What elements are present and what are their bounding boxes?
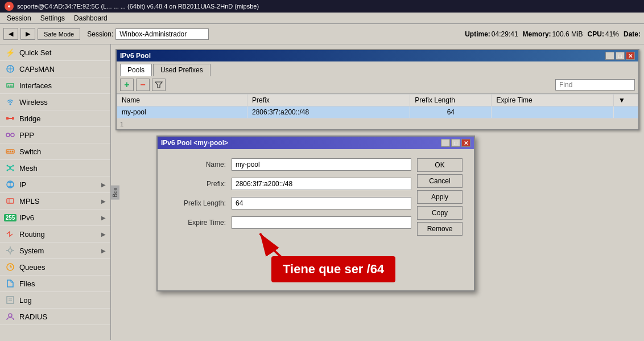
annotation-label: Tiene que ser /64 [271, 256, 395, 282]
sidebar-item-mesh[interactable]: Mesh [0, 160, 110, 176]
sidebar-label-mesh: Mesh [19, 164, 38, 172]
quick-set-icon: ⚡ [5, 47, 16, 58]
svg-line-23 [8, 166, 10, 167]
svg-point-40 [9, 314, 12, 317]
safe-mode-button[interactable]: Safe Mode [38, 28, 80, 40]
name-input[interactable] [232, 158, 411, 171]
sidebar-item-queues[interactable]: Queues [0, 259, 110, 276]
ok-button[interactable]: OK [417, 158, 463, 172]
session-label: Session: [87, 30, 113, 38]
radius-icon [5, 311, 16, 322]
capsman-icon [5, 63, 16, 75]
sidebar-item-interfaces[interactable]: Interfaces [0, 77, 110, 94]
log-icon [5, 294, 16, 306]
sidebar-item-log[interactable]: Log [0, 292, 110, 309]
dialog-close-button[interactable]: ✕ [461, 139, 470, 147]
name-label: Name: [169, 161, 232, 169]
copy-button[interactable]: Copy [417, 206, 463, 220]
sidebar-label-radius: RADIUS [19, 313, 47, 321]
system-icon [5, 245, 16, 256]
prefix-length-input[interactable] [232, 197, 411, 209]
sidebar-label-system: System [19, 246, 44, 255]
svg-point-17 [12, 151, 14, 153]
ip-icon [5, 179, 16, 190]
sidebar-item-wireless[interactable]: Wireless [0, 94, 110, 110]
uptime-value: 04:29:41 [492, 30, 518, 38]
forward-button[interactable]: ▶ [20, 28, 35, 40]
toolbar: ◀ ▶ Safe Mode Session: Uptime: 04:29:41 … [0, 24, 644, 44]
menu-session[interactable]: Session [2, 13, 36, 23]
sidebar-label-quick-set: Quick Set [19, 48, 51, 57]
date-label: Date: [624, 30, 641, 38]
sidebar-item-capsman[interactable]: CAPsMAN [0, 61, 110, 77]
ipv6-arrow-icon: ▶ [101, 215, 106, 221]
cancel-button[interactable]: Cancel [417, 174, 463, 188]
form-row-prefix: Prefix: [169, 178, 411, 190]
status-bar: Uptime: 04:29:41 Memory: 100.6 MiB CPU: … [465, 30, 641, 38]
remove-button[interactable]: Remove [417, 222, 463, 236]
svg-rect-8 [6, 117, 9, 120]
main-layout: ⚡ Quick Set CAPsMAN Interfaces Wireless [0, 44, 644, 340]
menu-settings[interactable]: Settings [36, 13, 69, 23]
session-input[interactable] [115, 28, 209, 40]
svg-rect-37 [7, 297, 14, 303]
back-button[interactable]: ◀ [3, 28, 18, 40]
svg-point-31 [9, 249, 12, 252]
sidebar-item-bridge[interactable]: Bridge [0, 110, 110, 127]
sidebar-label-wireless: Wireless [19, 98, 48, 106]
sidebar-item-mpls[interactable]: MPLS ▶ [0, 193, 110, 209]
form-row-expire-time: Expire Time: [169, 216, 411, 229]
dialog-buttons: OK Cancel Apply Copy Remove [417, 158, 463, 236]
system-arrow-icon: ▶ [101, 248, 106, 254]
svg-point-12 [11, 133, 14, 137]
sidebar-label-ppp: PPP [19, 131, 34, 139]
dialog-maximize-button[interactable]: □ [451, 139, 460, 147]
wireless-icon [5, 96, 16, 108]
window-title: soporte@C4:AD:34:7E:92:5C (L... ... ... … [17, 3, 639, 10]
svg-line-26 [10, 169, 13, 170]
sidebar-item-files[interactable]: Files [0, 276, 110, 292]
dialog-minimize-button[interactable]: _ [441, 139, 450, 147]
svg-point-11 [6, 133, 10, 137]
dialog-titlebar: IPv6 Pool <my-pool> _ □ ✕ [158, 137, 474, 149]
sidebar-label-files: Files [19, 280, 35, 288]
sidebar-item-ipv6[interactable]: 255 IPv6 ▶ [0, 209, 110, 226]
sidebar-item-ppp[interactable]: PPP [0, 127, 110, 143]
sidebar-item-radius[interactable]: RADIUS [0, 309, 110, 325]
svg-point-7 [10, 104, 11, 105]
content-area: IPv6 Pool _ □ ✕ Pools Used Prefixes + − [111, 44, 644, 340]
prefix-input[interactable] [232, 178, 411, 190]
uptime-label: Uptime: [465, 30, 490, 38]
memory-label: Memory: [523, 30, 551, 38]
sidebar-item-routing[interactable]: Routing ▶ [0, 226, 110, 243]
svg-line-24 [10, 166, 13, 167]
menu-dashboard[interactable]: Dashboard [69, 13, 112, 23]
sidebar-item-quick-set[interactable]: ⚡ Quick Set [0, 44, 110, 61]
expire-time-input[interactable] [232, 216, 411, 229]
prefix-label: Prefix: [169, 180, 232, 188]
menu-bar: Session Settings Dashboard [0, 13, 644, 24]
svg-line-25 [8, 169, 10, 170]
top-bar: ● soporte@C4:AD:34:7E:92:5C (L... ... ..… [0, 0, 644, 13]
annotation-area: Tiene que ser /64 [158, 245, 474, 290]
dialog-overlay: IPv6 Pool <my-pool> _ □ ✕ Name: [111, 44, 644, 340]
app-icon: ● [5, 2, 14, 11]
sidebar-label-queues: Queues [19, 263, 46, 272]
switch-icon [5, 146, 16, 157]
sidebar-label-log: Log [19, 296, 32, 305]
sidebar-label-ip: IP [19, 180, 26, 189]
sidebar-item-switch[interactable]: Switch [0, 143, 110, 160]
sidebar-item-system[interactable]: System ▶ [0, 243, 110, 259]
sidebar: ⚡ Quick Set CAPsMAN Interfaces Wireless [0, 44, 111, 340]
sidebar-item-ip[interactable]: IP ▶ [0, 176, 110, 193]
winbox-label: Box [111, 185, 119, 199]
dialog-title: IPv6 Pool <my-pool> [161, 139, 228, 147]
sidebar-label-switch: Switch [19, 147, 41, 156]
bridge-icon [5, 113, 16, 124]
svg-point-16 [10, 151, 11, 153]
sidebar-label-capsman: CAPsMAN [19, 65, 55, 73]
mpls-icon [5, 195, 16, 207]
apply-button[interactable]: Apply [417, 190, 463, 204]
svg-point-18 [9, 167, 11, 169]
routing-arrow-icon: ▶ [101, 231, 106, 237]
